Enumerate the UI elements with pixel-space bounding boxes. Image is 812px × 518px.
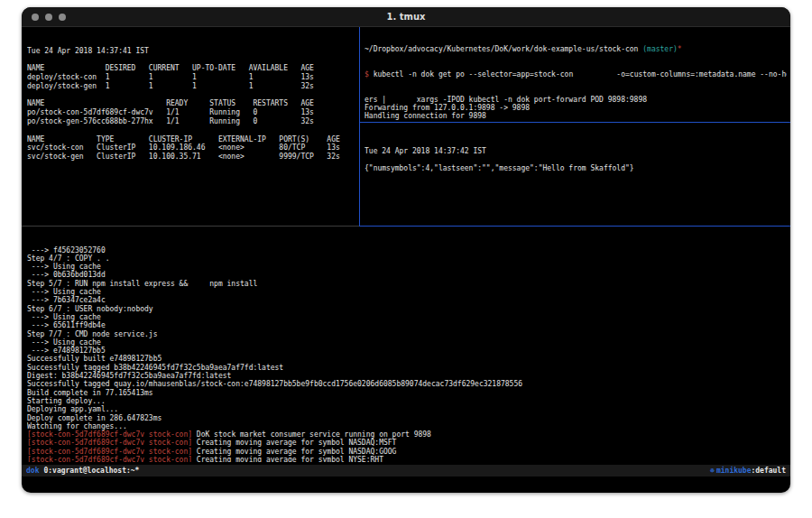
terminal-window: 1. tmux Tue 24 Apr 2018 14:37:41 IST NAM… [22, 7, 790, 493]
prompt-symbol: $ [364, 70, 374, 79]
log-text: Digest: b38b42246945fd7f32c5ba9aea7af7fd… [27, 372, 231, 380]
log-line: ---> 65611ff9db4e [27, 321, 787, 329]
tmux-status-bar: dok0:vagrant@localhost:~* ☸minikube:defa… [22, 465, 790, 476]
pane-port-forward[interactable]: ~/Dropbox/advocacy/Kubernetes/DoK/work/d… [364, 29, 787, 120]
log-text: Successfully built e74898127bb5 [27, 355, 161, 363]
log-text: Creating moving average for symbol NYSE:… [192, 456, 383, 462]
log-text: Build complete in 77.165413ms [27, 389, 153, 397]
log-line: ---> Using cache [27, 288, 787, 296]
log-line: Successfully tagged b38b42246945fd7f32c5… [27, 364, 787, 372]
git-dirty-flag: * [678, 45, 682, 53]
log-line: ---> Using cache [27, 313, 787, 321]
kube-namespace: :default [751, 467, 786, 475]
status-left: dok0:vagrant@localhost:~* [26, 467, 139, 475]
log-text: ---> e74898127bb5 [27, 347, 106, 355]
window-title: 1. tmux [22, 12, 790, 22]
log-text: Watching for changes... [27, 422, 127, 430]
pane-kubectl-watch[interactable]: Tue 24 Apr 2018 14:37:41 IST NAME DESIRE… [27, 29, 357, 224]
pane-divider-bottom-right[interactable] [359, 226, 790, 227]
log-line: ---> Using cache [27, 338, 787, 347]
log-line: Starting deploy... [27, 397, 787, 405]
log-text: ---> 0b636bd013dd [27, 271, 106, 279]
cwd-path: ~/Dropbox/advocacy/Kubernetes/DoK/work/d… [364, 45, 638, 53]
pane-skaffold-log[interactable]: ---> f45623052760Step 4/7 : COPY . . ---… [27, 229, 787, 462]
log-text: Successfully tagged b38b42246945fd7f32c5… [27, 364, 283, 372]
log-line: ---> 7b6347ce2a4c [27, 296, 787, 304]
log-line: Step 7/7 : CMD node service.js [27, 330, 787, 338]
git-branch: (master) [638, 45, 677, 53]
log-line: ---> f45623052760 [27, 246, 787, 254]
kubernetes-icon: ☸ [710, 467, 715, 475]
log-line: ---> Using cache [27, 263, 787, 271]
deploy-log: ---> f45623052760Step 4/7 : COPY . . ---… [27, 246, 787, 462]
log-text: Creating moving average for symbol NASDA… [192, 448, 396, 456]
title-bar[interactable]: 1. tmux [22, 7, 790, 27]
log-line: [stock-con-5d7df689cf-dwc7v stock-con] C… [27, 456, 787, 462]
log-line: [stock-con-5d7df689cf-dwc7v stock-con] D… [27, 430, 787, 439]
pane-divider-bottom-left[interactable] [22, 226, 359, 227]
pane-divider-right-horizontal[interactable] [359, 122, 790, 123]
pod-log-prefix: [stock-con-5d7df689cf-dwc7v stock-con] [27, 448, 192, 456]
log-text: DoK stock market consumer service runnin… [192, 430, 431, 439]
log-text: ---> Using cache [27, 263, 101, 271]
log-line: Deploying app.yaml... [27, 405, 787, 413]
pod-log-prefix: [stock-con-5d7df689cf-dwc7v stock-con] [27, 430, 192, 439]
log-line: Deploy complete in 286.647823ms [27, 414, 787, 422]
log-line: Build complete in 77.165413ms [27, 389, 787, 397]
log-text: Step 6/7 : USER nobody:nobody [27, 305, 153, 313]
log-line: [stock-con-5d7df689cf-dwc7v stock-con] C… [27, 439, 787, 447]
log-line: Step 4/7 : COPY . . [27, 254, 787, 263]
kubectl-resources-output: Tue 24 Apr 2018 14:37:41 IST NAME DESIRE… [27, 47, 357, 162]
log-text: ---> Using cache [27, 288, 101, 296]
log-text: Starting deploy... [27, 397, 106, 405]
log-text: ---> Using cache [27, 313, 101, 321]
log-text: ---> f45623052760 [27, 246, 106, 254]
shell-prompt-path-line: ~/Dropbox/advocacy/Kubernetes/DoK/work/d… [364, 45, 787, 53]
log-text: Step 5/7 : RUN npm install express && np… [27, 280, 257, 288]
log-text: Deploy complete in 286.647823ms [27, 414, 161, 422]
pod-log-prefix: [stock-con-5d7df689cf-dwc7v stock-con] [27, 439, 192, 447]
log-text: Step 4/7 : COPY . . [27, 254, 110, 263]
pane-divider-vertical[interactable] [359, 27, 360, 226]
service-response-output: Tue 24 Apr 2018 14:37:42 IST {"numsymbol… [364, 147, 787, 172]
status-right: ☸minikube:default [710, 467, 786, 475]
log-text: ---> Using cache [27, 338, 101, 347]
log-line: [stock-con-5d7df689cf-dwc7v stock-con] C… [27, 448, 787, 456]
window-item-active[interactable]: 0:vagrant@localhost:~* [43, 467, 139, 475]
pod-log-prefix: [stock-con-5d7df689cf-dwc7v stock-con] [27, 456, 192, 462]
log-text: ---> 7b6347ce2a4c [27, 296, 106, 304]
log-text: Deploying app.yaml... [27, 405, 118, 413]
log-line: Step 5/7 : RUN npm install express && np… [27, 280, 787, 288]
log-line: Successfully built e74898127bb5 [27, 355, 787, 363]
log-line: ---> 0b636bd013dd [27, 271, 787, 279]
log-text: Successfully tagged quay.io/mhausenblas/… [27, 380, 522, 388]
log-line: Digest: b38b42246945fd7f32c5ba9aea7af7fd… [27, 372, 787, 380]
command-text: kubectl -n dok get po --selector=app=sto… [374, 70, 787, 79]
shell-command-line: $ kubectl -n dok get po --selector=app=s… [364, 70, 787, 79]
log-line: ---> e74898127bb5 [27, 347, 787, 355]
kube-context: minikube [716, 467, 752, 475]
log-line: Successfully tagged quay.io/mhausenblas/… [27, 380, 787, 388]
log-line: Watching for changes... [27, 422, 787, 430]
session-name: dok [26, 467, 39, 475]
port-forward-output: ers | xargs -IPOD kubectl -n dok port-fo… [364, 96, 787, 120]
log-line: Step 6/7 : USER nobody:nobody [27, 305, 787, 313]
pane-curl-watch[interactable]: Tue 24 Apr 2018 14:37:42 IST {"numsymbol… [364, 125, 787, 223]
log-text: Creating moving average for symbol NASDA… [192, 439, 396, 447]
log-text: ---> 65611ff9db4e [27, 321, 106, 329]
log-text: Step 7/7 : CMD node service.js [27, 330, 158, 338]
